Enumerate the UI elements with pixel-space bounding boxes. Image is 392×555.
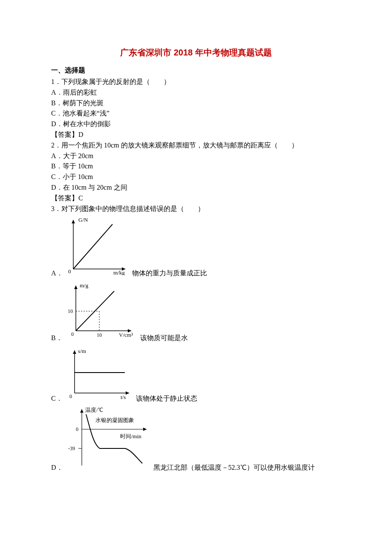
svg-text:10: 10 bbox=[97, 332, 102, 338]
svg-marker-17 bbox=[126, 391, 129, 395]
q3-opt-d-text: 黑龙江北部（最低温度－52.3℃）可以使用水银温度计 bbox=[153, 462, 315, 473]
chart-d-xlabel: 时间/min bbox=[120, 433, 141, 439]
svg-text:0: 0 bbox=[69, 393, 72, 399]
q3-opt-a-row: A． G/N m/kg 0 物体的重力与质量成正比 bbox=[51, 216, 341, 279]
q1-opt-d: D．树在水中的倒影 bbox=[51, 119, 341, 130]
q3-stem: 3．对下列图象中的物理信息描述错误的是（ ） bbox=[51, 204, 341, 214]
svg-marker-9 bbox=[74, 286, 78, 289]
svg-marker-19 bbox=[73, 350, 76, 354]
q3-opt-c-row: C． s/m t/s 0 该物体处于静止状态 bbox=[51, 345, 341, 404]
chart-c: s/m t/s 0 bbox=[65, 345, 133, 404]
chart-d-ylabel: 温度/℃ bbox=[85, 407, 103, 413]
q2-stem: 2．用一个焦距为 10cm 的放大镜来观察邮票细节，放大镜与邮票的距离应（ ） bbox=[51, 140, 341, 151]
q3-opt-b-text: 该物质可能是水 bbox=[140, 333, 188, 344]
chart-a-ylabel: G/N bbox=[78, 217, 88, 223]
svg-text:0: 0 bbox=[68, 268, 71, 275]
exam-title: 广东省深圳市 2018 年中考物理真题试题 bbox=[51, 47, 341, 58]
svg-text:-39: -39 bbox=[68, 445, 75, 451]
chart-b-ylabel: m/g bbox=[80, 282, 89, 289]
svg-marker-3 bbox=[72, 220, 75, 223]
q2-opt-d: D．在 10cm 与 20cm 之间 bbox=[51, 182, 341, 193]
svg-text:10: 10 bbox=[68, 308, 73, 314]
q3-opt-c-label: C． bbox=[51, 393, 63, 404]
chart-d-title: 水银的凝固图象 bbox=[95, 417, 134, 423]
svg-marker-23 bbox=[143, 428, 147, 431]
svg-marker-25 bbox=[80, 409, 84, 413]
q3-opt-b-row: B． m/g V/cm³ 10 10 0 该物质可能是水 bbox=[51, 280, 341, 344]
svg-line-4 bbox=[73, 224, 112, 269]
q3-opt-a-label: A． bbox=[51, 268, 63, 279]
q3-opt-d-row: D． 温度/℃ 水银的凝固图象 时间/min 0 -39 黑龙江北部（最低温度－… bbox=[51, 406, 341, 473]
q3-opt-d-label: D． bbox=[51, 462, 63, 473]
q2-opt-c: C．小于 10cm bbox=[51, 172, 341, 182]
q1-opt-c: C．池水看起来“浅” bbox=[51, 108, 341, 119]
q1-opt-b: B．树荫下的光斑 bbox=[51, 98, 341, 109]
section-heading: 一、选择题 bbox=[51, 66, 341, 75]
q3-opt-c-text: 该物体处于静止状态 bbox=[136, 393, 197, 404]
chart-a-xlabel: m/kg bbox=[113, 269, 125, 275]
svg-text:0: 0 bbox=[71, 331, 74, 337]
q2-answer: 【答案】C bbox=[51, 193, 341, 204]
q2-opt-a: A．大于 20cm bbox=[51, 151, 341, 162]
page: 广东省深圳市 2018 年中考物理真题试题 一、选择题 1．下列现象属于光的反射… bbox=[0, 0, 392, 500]
q1-answer: 【答案】D bbox=[51, 130, 341, 140]
q2-opt-b: B．等于 10cm bbox=[51, 161, 341, 172]
chart-b: m/g V/cm³ 10 10 0 bbox=[65, 280, 138, 344]
q1-opt-a: A．雨后的彩虹 bbox=[51, 87, 341, 98]
q3-opt-a-text: 物体的重力与质量成正比 bbox=[132, 268, 207, 279]
chart-d: 温度/℃ 水银的凝固图象 时间/min 0 -39 bbox=[66, 406, 151, 473]
chart-c-xlabel: t/s bbox=[121, 394, 126, 400]
q3-opt-b-label: B． bbox=[51, 333, 63, 344]
svg-text:0: 0 bbox=[76, 426, 78, 432]
chart-b-xlabel: V/cm³ bbox=[119, 332, 133, 338]
q1-stem: 1．下列现象属于光的反射的是（ ） bbox=[51, 77, 341, 87]
chart-c-ylabel: s/m bbox=[78, 348, 86, 354]
chart-a: G/N m/kg 0 bbox=[66, 216, 130, 279]
